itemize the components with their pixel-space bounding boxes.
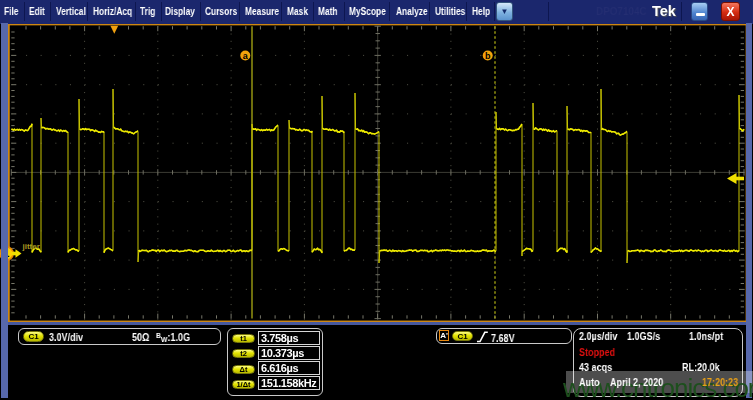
svg-text:b: b	[485, 51, 491, 61]
svg-text:jitter: jitter	[22, 242, 40, 251]
